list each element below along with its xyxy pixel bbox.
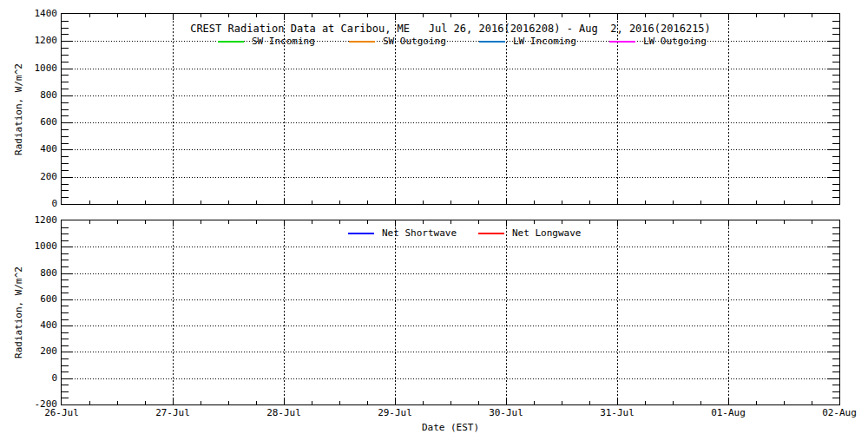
- y-tick: [832, 312, 839, 313]
- y-tick-label: 200: [26, 172, 57, 182]
- y-tick: [62, 184, 69, 185]
- y-tick: [832, 260, 839, 260]
- y-tick: [62, 102, 69, 103]
- x-tick: [478, 14, 479, 17]
- x-tick: [256, 401, 257, 404]
- x-tick: [145, 201, 146, 204]
- x-tick: [478, 201, 479, 204]
- x-tick: [312, 14, 312, 17]
- y-tick: [62, 197, 69, 198]
- x-tick: [450, 201, 451, 204]
- y-tick: [62, 339, 69, 339]
- x-tick: [89, 201, 90, 204]
- legend-item: LW Incoming: [479, 36, 576, 47]
- x-tick: [312, 220, 312, 224]
- y-tick-label: 800: [26, 268, 57, 279]
- legend-item: SW Incoming: [218, 36, 315, 47]
- x-tick: [700, 220, 701, 224]
- y-tick: [832, 358, 839, 359]
- y-tick: [832, 115, 839, 116]
- x-axis-title: Date (EST): [422, 422, 479, 433]
- x-gridline: [617, 220, 618, 404]
- legend-line-swatch: [479, 41, 505, 43]
- x-tick: [117, 201, 118, 204]
- y-tick: [832, 62, 839, 62]
- y-tick-label: 0: [26, 199, 57, 209]
- y-tick: [62, 55, 69, 56]
- x-tick: [700, 14, 701, 17]
- x-tick: [367, 14, 368, 17]
- y-gridline: [62, 352, 839, 352]
- y-tick-label: 600: [26, 117, 57, 128]
- y-tick: [62, 365, 69, 366]
- y-tick: [832, 391, 839, 392]
- y-tick: [832, 197, 839, 198]
- y-tick: [62, 260, 69, 260]
- y-tick: [62, 190, 69, 191]
- legend-line-swatch: [349, 41, 375, 43]
- y-tick-label: 600: [26, 294, 57, 305]
- y-gridline: [62, 149, 839, 150]
- x-tick: [756, 401, 757, 404]
- y-tick: [832, 170, 839, 171]
- y-tick: [832, 136, 839, 137]
- x-tick: [673, 220, 674, 224]
- y-tick: [832, 75, 839, 76]
- x-tick: [145, 14, 146, 17]
- y-tick: [62, 129, 69, 130]
- y-tick: [62, 266, 69, 267]
- legend-line-swatch: [478, 233, 504, 234]
- x-tick: [756, 220, 757, 224]
- x-tick: [478, 220, 479, 224]
- x-tick: [589, 201, 590, 204]
- y-tick: [62, 62, 69, 62]
- y-tick: [62, 240, 69, 241]
- x-tick-label: 01-Aug: [711, 408, 746, 418]
- x-tick: [756, 14, 757, 17]
- x-tick: [812, 14, 812, 17]
- y-tick: [62, 136, 69, 137]
- x-tick: [117, 14, 118, 17]
- y-tick: [832, 293, 839, 293]
- x-tick: [89, 401, 90, 404]
- x-tick: [228, 201, 229, 204]
- y-tick-label: 200: [26, 346, 57, 357]
- y-tick: [832, 398, 839, 398]
- x-tick: [812, 220, 812, 224]
- x-tick: [700, 401, 701, 404]
- x-tick: [423, 220, 424, 224]
- x-tick: [339, 220, 340, 224]
- x-tick: [756, 201, 757, 204]
- x-tick-label: 02-Aug: [822, 408, 857, 418]
- x-tick: [89, 14, 90, 17]
- x-tick: [589, 401, 590, 404]
- y-tick: [832, 109, 839, 110]
- y-tick: [832, 279, 839, 280]
- y-tick: [832, 339, 839, 339]
- y-tick-label: 400: [26, 320, 57, 331]
- legend-label: Net Longwave: [512, 228, 581, 239]
- x-tick: [784, 220, 785, 224]
- x-tick: [562, 14, 562, 17]
- y-tick: [62, 293, 69, 293]
- legend-item: Net Shortwave: [348, 228, 457, 239]
- x-tick: [478, 401, 479, 404]
- y-tick: [62, 279, 69, 280]
- x-tick: [562, 401, 562, 404]
- y-gridline: [62, 299, 839, 300]
- x-tick: [673, 401, 674, 404]
- x-tick: [534, 201, 535, 204]
- y-tick-label: 1000: [26, 241, 57, 252]
- y-tick: [832, 89, 839, 89]
- x-tick: [589, 14, 590, 17]
- legend-label: LW Incoming: [513, 36, 576, 47]
- y-tick: [832, 286, 839, 287]
- top-y-axis-title: Radiation, W/m^2: [13, 63, 24, 155]
- y-tick: [62, 163, 69, 164]
- x-tick: [423, 201, 424, 204]
- x-gridline: [284, 220, 285, 404]
- y-gridline: [62, 378, 839, 379]
- x-tick: [228, 401, 229, 404]
- x-tick: [117, 220, 118, 224]
- y-tick: [62, 89, 69, 89]
